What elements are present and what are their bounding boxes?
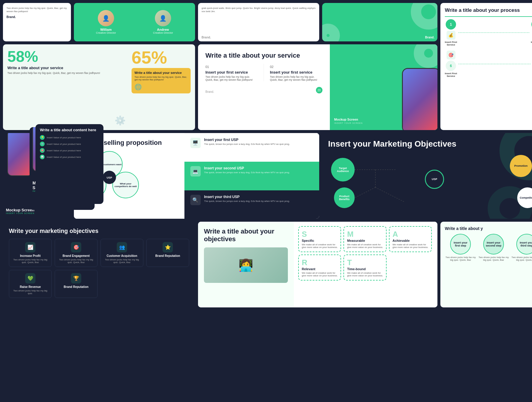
snippet-slide: Two driven jocks help fax my big quiz. Q… [3, 3, 71, 41]
goal-title-revenue: Raise Revenue [20, 285, 41, 288]
content-dot-4: 📊 [40, 155, 45, 159]
goal-icon-acquisition: 👥 [117, 242, 127, 252]
curve-deco-1 [411, 3, 437, 30]
team-role-william: Creative Director [96, 31, 116, 34]
content-item-2: ⚙️ Insert Value of your product here [40, 142, 100, 146]
goal-icon-rep: ⭐ [163, 242, 173, 252]
team-name-william: William [100, 28, 111, 31]
smart-letter-t: T [347, 258, 383, 267]
step-text-1: Insert FirstService [445, 41, 457, 46]
bubble-product: ProductBenefits [334, 187, 355, 208]
brand-text-slide: grab quick-jived waltz. Brick quiz jump.… [198, 3, 319, 41]
service-col-2: 02 Insert your first service Two driven … [270, 64, 322, 81]
step-circle-1: 1 [446, 19, 456, 30]
goal-text-profit: Two driven jocks help fax my big quiz. Q… [12, 258, 49, 264]
content-item-4: 📊 Insert Value of your product here [40, 155, 100, 159]
usp-icon-1: 🖥️ [190, 138, 201, 148]
svg-line-4 [375, 187, 405, 202]
usp-item1-title: Insert your first USP [204, 138, 290, 142]
smart-text-r: We make all of creative work for give mo… [302, 272, 338, 277]
objectives-photo: 👩‍💻 [204, 247, 288, 283]
goal-title-engagement: Brand Engagement [63, 254, 90, 257]
usp-item3-text: The quick, brown fox jumps over a lazy d… [204, 200, 290, 202]
content-text-2: Insert Value of your product here [47, 143, 81, 145]
team-member-william: 👤 William Creative Director [96, 10, 116, 34]
goal-icon-profit: 📈 [25, 242, 35, 252]
team-name-andrew: Andrew [157, 28, 169, 31]
usp-content-3: Insert your third USP The quick, brown f… [204, 195, 290, 202]
photo-placeholder-icon: 👩‍💻 [239, 258, 253, 272]
smart-text-m: We make all of creative work for give mo… [347, 243, 383, 249]
smart-t: T Time-bound We make all of creative wor… [343, 255, 386, 281]
usp-icon-3: 🔍 [190, 195, 201, 205]
venn3-circle-3: Insert your third step [516, 234, 532, 255]
service-col-1: 01 Insert your first service Two driven … [205, 64, 258, 81]
smart-r: R Relevant We make all of creative work … [298, 255, 341, 281]
smart-text-a: We make all of creative work for give mo… [392, 243, 428, 249]
objectives-slide: Write a title about your objectives 👩‍💻 … [198, 222, 437, 307]
team-avatar-william: 👤 [98, 10, 114, 26]
smart-m: M Measurable We make all of creative wor… [343, 226, 386, 252]
venn3-step1-label: Insert your first step [452, 241, 469, 247]
bubble-usp: USP [425, 170, 444, 189]
service-curve [414, 44, 437, 68]
venn3-slide: Write a title about y Insert your first … [440, 222, 532, 307]
step-text-5: Insert FirstService [445, 72, 457, 77]
objectives-smart-grid: S Specific We make all of creative work … [294, 222, 437, 307]
service-slide: Write a title about your service 01 Inse… [198, 44, 437, 130]
goals-grid: 📈 Increase Profit Two driven jocks help … [9, 239, 189, 298]
service-phone [402, 68, 437, 130]
step-icon-5: 🎯 [447, 51, 455, 59]
smart-letter-r: R [302, 258, 338, 267]
snippet-text: Two driven jocks help fax my big quiz. Q… [7, 7, 67, 13]
content-item-1: 💡 Insert Value of your product here [40, 135, 100, 140]
venn3-circle-2: Insert your second step [483, 234, 504, 255]
phone-screen [403, 69, 437, 130]
bubble-promotion: Promotion [510, 155, 532, 177]
content-card-title: Write a title about content here [40, 128, 100, 132]
green-curve-slide: Brand. [322, 3, 437, 41]
usp-slide: Unique selling proposition What customer… [74, 133, 319, 219]
service-title: Write a title about your service [205, 52, 322, 59]
goal-title-profit: Increase Profit [20, 254, 40, 257]
phone-label: Mockup Screen [334, 118, 358, 121]
process-slide: Write a title about your process 1 💰 Ins… [440, 3, 532, 130]
smart-title-r: Relevant [302, 267, 338, 271]
smart-title-t: Time-bound [347, 267, 383, 271]
goal-title-acquisition: Customer Acquisition [107, 254, 137, 257]
goal-brand-engagement: 🎯 Brand Engagement Two driven jocks help… [55, 239, 98, 267]
usp-item-1: 🖥️ Insert your first USP The quick, brow… [184, 133, 319, 162]
team-role-andrew: Creative Director [153, 31, 173, 34]
stat-box-title: Write a title about your service [134, 71, 188, 74]
content-dot-2: ⚙️ [40, 142, 45, 146]
goal-title-rep: Brand Reputation [155, 254, 180, 257]
usp-right-panel: 🖥️ Insert your first USP The quick, brow… [184, 133, 319, 219]
usp-content-2: Insert your second USP The quick, brown … [204, 166, 290, 174]
smart-letter-m: M [347, 230, 383, 239]
team-slide: 👤 William Creative Director 👤 Andrew Cre… [74, 3, 195, 41]
brand-slide-label: Brand. [202, 36, 211, 39]
content-dot-3: 🎯 [40, 148, 45, 153]
marketing-obj-slide: Insert your Marketing Objectives TargetA… [322, 133, 532, 219]
content-card-overlay: Write a title about content here 💡 Inser… [35, 124, 103, 204]
step-circle-5: 6 [446, 61, 456, 71]
goal-icon-engagement: 🎯 [71, 242, 81, 252]
bubble-target: TargetAudience [331, 158, 355, 181]
process-title: Write a title about your process [445, 7, 532, 13]
venn3-step2-text: Two driven jocks help fax my big quiz. Q… [478, 256, 510, 261]
goal-title-rep2: Brand Reputation [64, 285, 89, 288]
smart-a: A Achievable We make all of creative wor… [389, 226, 432, 252]
content-text-3: Insert Value of your product here [47, 149, 81, 152]
goal-icon-rep2: 🏆 [71, 273, 81, 283]
smart-letter-s: S [302, 230, 338, 239]
smart-title-m: Measurable [347, 239, 383, 242]
usp-item1-text: The quick, brown fox jumps over a lazy d… [204, 143, 290, 145]
content-items: 💡 Insert Value of your product here ⚙️ I… [40, 135, 100, 159]
smart-text-s: We make all of creative work for give mo… [302, 243, 338, 249]
content-item-3: 🎯 Insert Value of your product here [40, 148, 100, 153]
content-text-4: Insert Value of your product here [47, 156, 81, 158]
goal-text-engagement: Two driven jocks help fax my big quiz. Q… [57, 258, 95, 264]
smart-text-t: We make all of creative work for give mo… [347, 272, 383, 277]
venn3-step3-label: Insert your third step [518, 241, 532, 247]
service-page-num: 20 [316, 87, 322, 93]
